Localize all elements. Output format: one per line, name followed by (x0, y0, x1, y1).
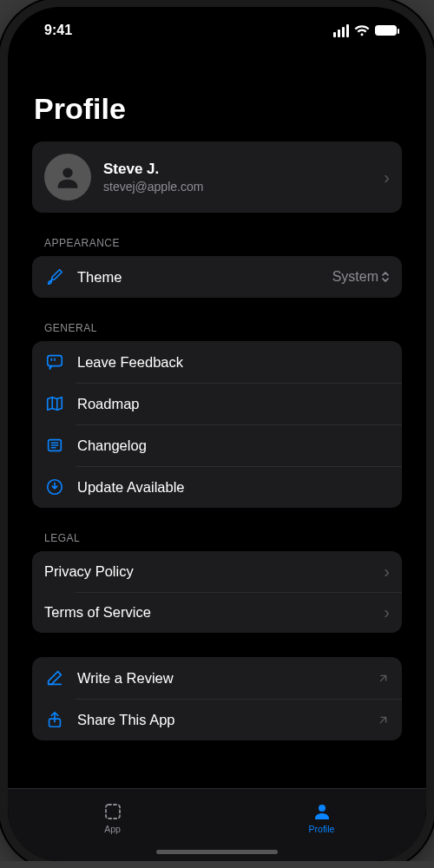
external-link-icon (377, 713, 390, 727)
roadmap-row[interactable]: Roadmap (32, 383, 402, 424)
chevron-right-icon: › (384, 602, 390, 622)
tab-app-label: App (104, 824, 121, 834)
share-row[interactable]: Share This App (32, 699, 402, 740)
privacy-row[interactable]: Privacy Policy › (32, 551, 402, 592)
tab-app[interactable]: App (8, 789, 217, 845)
update-row[interactable]: Update Available (32, 466, 402, 508)
download-icon (44, 477, 65, 497)
status-indicators (333, 24, 397, 37)
update-label: Update Available (77, 479, 185, 496)
theme-label: Theme (77, 269, 122, 286)
share-icon (44, 709, 65, 730)
terms-label: Terms of Service (44, 604, 151, 621)
review-label: Write a Review (77, 670, 174, 687)
cellular-icon (333, 24, 349, 37)
status-bar: 9:41 (8, 7, 426, 54)
tab-profile-label: Profile (309, 824, 335, 834)
map-icon (44, 393, 65, 414)
changelog-icon (44, 435, 65, 456)
changelog-label: Changelog (77, 437, 147, 454)
extra-group: Write a Review Share This App (32, 657, 402, 740)
section-header-appearance: APPEARANCE (44, 237, 402, 249)
theme-value: System (332, 269, 390, 285)
phone-frame: 9:41 Profile Steve J. stevej@apple.com › (8, 7, 426, 861)
page-title: Profile (34, 92, 402, 126)
app-icon (102, 801, 123, 822)
changelog-row[interactable]: Changelog (32, 424, 402, 466)
tab-profile[interactable]: Profile (217, 789, 426, 845)
section-header-general: GENERAL (44, 322, 402, 334)
theme-row[interactable]: Theme System (32, 256, 402, 298)
privacy-label: Privacy Policy (44, 563, 134, 580)
general-group: Leave Feedback Roadmap Changelog Update … (32, 341, 402, 508)
content-scroll[interactable]: Profile Steve J. stevej@apple.com › APPE… (8, 54, 426, 788)
share-label: Share This App (77, 712, 175, 728)
terms-row[interactable]: Terms of Service › (32, 592, 402, 633)
profile-name: Steve J. (103, 161, 203, 178)
feedback-label: Leave Feedback (77, 354, 183, 371)
external-link-icon (377, 672, 390, 685)
appearance-group: Theme System (32, 256, 402, 298)
feedback-row[interactable]: Leave Feedback (32, 341, 402, 383)
feedback-icon (44, 352, 65, 372)
chevron-updown-icon (381, 271, 390, 283)
chevron-right-icon: › (384, 562, 390, 582)
home-indicator[interactable] (156, 850, 278, 854)
section-header-legal: LEGAL (44, 532, 402, 544)
legal-group: Privacy Policy › Terms of Service › (32, 551, 402, 633)
wifi-icon (354, 25, 370, 36)
review-row[interactable]: Write a Review (32, 657, 402, 699)
svg-point-6 (319, 805, 326, 812)
pencil-icon (44, 667, 65, 688)
profile-card[interactable]: Steve J. stevej@apple.com › (32, 141, 402, 213)
profile-text: Steve J. stevej@apple.com (103, 161, 203, 194)
chevron-right-icon: › (384, 168, 390, 187)
paintbrush-icon (44, 266, 65, 287)
battery-icon (375, 25, 397, 36)
status-time: 9:41 (44, 23, 72, 38)
svg-rect-5 (106, 805, 120, 819)
svg-point-0 (62, 168, 72, 177)
avatar (44, 154, 91, 201)
profile-email: stevej@apple.com (103, 180, 203, 194)
roadmap-label: Roadmap (77, 396, 140, 412)
person-icon (312, 801, 332, 822)
